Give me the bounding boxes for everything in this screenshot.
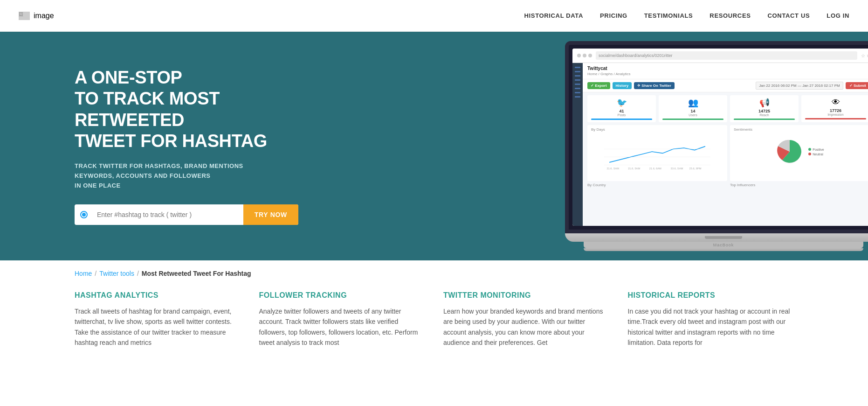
breadcrumb-sep-1: / xyxy=(95,270,96,277)
svg-text:25.6, 8PM: 25.6, 8PM xyxy=(689,167,702,170)
history-btn: History xyxy=(613,82,632,89)
stat-num: 41 xyxy=(591,109,652,113)
hero-subtitle: TRACK TWITTER FOR HASHTAGS, BRAND MENTIO… xyxy=(75,161,308,190)
stat-card-impression: 👁 17726 Impression xyxy=(801,95,868,122)
try-now-button[interactable]: TRY NOW xyxy=(243,204,298,225)
stat-num: 14 xyxy=(662,109,723,113)
negative-label: Neutral xyxy=(813,153,823,156)
hashtag-search-input[interactable] xyxy=(93,204,243,225)
stat-bar xyxy=(805,118,866,119)
dash-toolbar: ✓ Export History ✈ Share On Twitter Jan … xyxy=(583,79,868,92)
laptop-brand: MacBook xyxy=(584,242,863,248)
stat-bar xyxy=(662,119,723,120)
dash-main: Twittycat Home / Graphs / Analytics ✓ Ex… xyxy=(583,63,868,226)
pie-legend: Positive Neutral xyxy=(808,148,824,156)
laptop-foot xyxy=(584,248,863,251)
stat-bar xyxy=(734,119,795,120)
feature-title-hashtag-analytics: HASHTAG ANALYTICS xyxy=(75,291,241,300)
stat-label: Posts xyxy=(591,113,652,117)
nav-item-contact-us[interactable]: CONTACT US xyxy=(768,12,810,19)
export-btn: ✓ Export xyxy=(587,82,610,89)
nav-item-historical-data[interactable]: HISTORICAL DATA xyxy=(524,12,584,19)
pie-chart-box: Sentiments xyxy=(730,125,868,181)
svg-text:21.6, SAM: 21.6, SAM xyxy=(606,167,619,170)
laptop-screen: socialme/dashboard/analytics/0201ritter … xyxy=(565,41,868,233)
feature-twitter-monitoring: TWITTER MONITORING Learn how your brande… xyxy=(443,291,609,348)
nav-item-resources[interactable]: RESOURCES xyxy=(710,12,751,19)
dash-sidebar xyxy=(572,63,583,226)
feature-desc-hashtag-analytics: Track all tweets of hashtag for brand ca… xyxy=(75,306,241,348)
logo: 🖼 image xyxy=(19,12,54,20)
stat-label: Impression xyxy=(805,113,866,116)
dash-header: Twittycat Home / Graphs / Analytics xyxy=(583,63,868,79)
browser-dots xyxy=(577,54,592,57)
stat-card-users: 👥 14 Users xyxy=(659,95,727,122)
feature-historical-reports: HISTORICAL REPORTS In case you did not t… xyxy=(628,291,794,348)
laptop-notch xyxy=(705,236,742,239)
stat-label: Reach xyxy=(734,113,795,117)
pie-chart-area: Positive Neutral xyxy=(734,133,866,170)
submit-btn: ✓ Submit xyxy=(846,82,868,89)
browser-bar: socialme/dashboard/analytics/0201ritter … xyxy=(572,49,868,63)
main-nav: HISTORICAL DATAPRICINGTESTIMONIALSRESOUR… xyxy=(524,12,849,19)
charts-row: By Days 21.6, SAM 21.6, 5AM 21.6, 6AM xyxy=(583,125,868,181)
star-icon: ☆ xyxy=(861,53,865,58)
stat-num: 17726 xyxy=(805,108,866,113)
hero-headline: A ONE-STOP TO TRACK MOST RETWEETED TWEET… xyxy=(75,67,308,152)
breadcrumb-home[interactable]: Home xyxy=(75,270,92,277)
stat-icon: 📢 xyxy=(734,98,795,108)
hero-text: A ONE-STOP TO TRACK MOST RETWEETED TWEET… xyxy=(75,67,308,225)
feature-hashtag-analytics: HASHTAG ANALYTICS Track all tweets of ha… xyxy=(75,291,241,348)
dash-title: Twittycat xyxy=(587,66,868,71)
feature-title-twitter-monitoring: TWITTER MONITORING xyxy=(443,291,609,300)
header: 🖼 image HISTORICAL DATAPRICINGTESTIMONIA… xyxy=(0,0,868,32)
stat-icon: 🐦 xyxy=(591,98,652,108)
dash-breadcrumb: Home / Graphs / Analytics xyxy=(587,72,868,76)
line-chart-svg: 21.6, SAM 21.6, 5AM 21.6, 6AM 33.6, SAM … xyxy=(591,133,723,170)
browser-icons: ☆ ≡ xyxy=(861,53,868,58)
stat-card-reach: 📢 14725 Reach xyxy=(730,95,799,122)
svg-text:33.6, SAM: 33.6, SAM xyxy=(671,167,683,170)
line-chart-title: By Days xyxy=(591,127,723,132)
nav-item-testimonials[interactable]: TESTIMONIALS xyxy=(644,12,693,19)
bottom-charts: By Country Top Influencers xyxy=(583,181,868,189)
breadcrumb-twitter-tools[interactable]: Twitter tools xyxy=(99,270,134,277)
breadcrumb-section: Home / Twitter tools / Most Retweeted Tw… xyxy=(0,260,868,282)
feature-desc-twitter-monitoring: Learn how your branded keywords and bran… xyxy=(443,306,609,348)
laptop-body: socialme/dashboard/analytics/0201ritter … xyxy=(565,41,868,251)
stat-icon: 👥 xyxy=(662,98,723,108)
nav-item-pricing[interactable]: PRICING xyxy=(600,12,627,19)
search-bar: TRY NOW xyxy=(75,204,298,225)
feature-follower-tracking: FOLLOWER TRACKING Analyze twitter follow… xyxy=(259,291,425,348)
pie-chart xyxy=(776,138,804,166)
nav-item-log-in[interactable]: LOG IN xyxy=(827,12,849,19)
browser-window: socialme/dashboard/analytics/0201ritter … xyxy=(572,49,868,226)
positive-label: Positive xyxy=(813,148,824,151)
feature-title-historical-reports: HISTORICAL REPORTS xyxy=(628,291,794,300)
feature-desc-follower-tracking: Analyze twitter followers and tweets of … xyxy=(259,306,425,348)
stat-label: Users xyxy=(662,113,723,117)
stats-row: 🐦 41 Posts 👥 14 Users 📢 14725 Reach 👁 17… xyxy=(583,92,868,125)
top-influencers-label: Top Influencers xyxy=(730,183,868,187)
hero-section: A ONE-STOP TO TRACK MOST RETWEETED TWEET… xyxy=(0,32,868,260)
features-section: HASHTAG ANALYTICS Track all tweets of ha… xyxy=(0,282,868,367)
feature-desc-historical-reports: In case you did not track your hashtag o… xyxy=(628,306,794,348)
radio-indicator xyxy=(75,211,93,218)
svg-text:21.6, 6AM: 21.6, 6AM xyxy=(649,167,661,170)
svg-text:21.6, 5AM: 21.6, 5AM xyxy=(628,167,640,170)
stat-card-posts: 🐦 41 Posts xyxy=(587,95,656,122)
negative-dot xyxy=(808,153,811,155)
stat-icon: 👁 xyxy=(805,98,866,107)
stat-num: 14725 xyxy=(734,109,795,113)
pie-chart-title: Sentiments xyxy=(734,127,866,132)
share-btn: ✈ Share On Twitter xyxy=(634,82,675,89)
browser-url: socialme/dashboard/analytics/0201ritter xyxy=(596,51,857,60)
laptop-base xyxy=(565,233,868,242)
laptop-mockup: socialme/dashboard/analytics/0201ritter … xyxy=(565,41,868,251)
dashboard: Twittycat Home / Graphs / Analytics ✓ Ex… xyxy=(572,63,868,226)
date-range: Jan 22 2016 06:02 PM — Jan 27 2016 02:17… xyxy=(756,82,843,90)
pie-legend-positive: Positive xyxy=(808,148,824,151)
positive-dot xyxy=(808,148,811,151)
stat-bar xyxy=(591,119,652,120)
breadcrumb-sep-2: / xyxy=(137,270,139,277)
